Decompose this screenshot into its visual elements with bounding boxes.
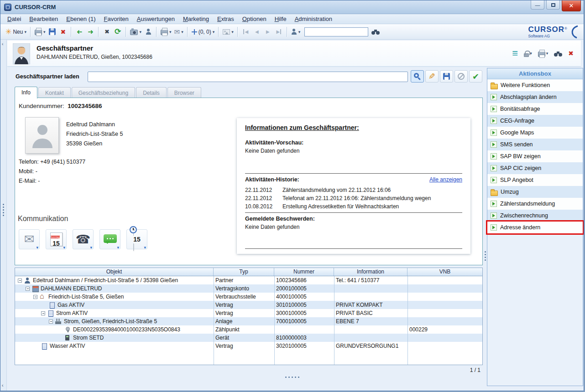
tab[interactable]: Browser — [167, 87, 201, 98]
menu-item[interactable]: Administration — [291, 14, 336, 24]
forward-button[interactable] — [85, 26, 96, 38]
column-header-vnb[interactable]: VNB — [407, 268, 482, 276]
minimize-button[interactable]: — — [531, 0, 544, 10]
aktionsbox-item[interactable]: SAP CIC zeigen — [487, 162, 583, 174]
aktionsbox-item[interactable]: Google Maps — [487, 127, 583, 139]
discard-button[interactable] — [454, 70, 468, 83]
quick-search-input[interactable] — [304, 27, 368, 36]
email-comm-button[interactable] — [19, 229, 40, 249]
search-button[interactable] — [411, 70, 424, 83]
tree-expander[interactable] — [33, 295, 37, 299]
phone-comm-button[interactable] — [73, 229, 94, 249]
bottom-splitter-handle[interactable] — [0, 377, 584, 378]
column-header-information[interactable]: Information — [334, 268, 407, 276]
print-record-button[interactable] — [538, 50, 548, 57]
tab[interactable]: Details — [136, 87, 167, 98]
find-button[interactable] — [370, 26, 381, 38]
tab[interactable]: Kontakt — [38, 87, 71, 98]
print-button[interactable] — [33, 26, 47, 38]
sms-comm-button[interactable] — [99, 229, 120, 249]
menu-item[interactable]: Ebenen (1) — [62, 14, 99, 24]
menu-item[interactable]: Auswertungen — [133, 14, 179, 24]
aktionsbox-item[interactable]: SLP Angebot — [487, 174, 583, 186]
tab[interactable]: Geschäftsbeziehung — [72, 87, 135, 98]
nav-last-button[interactable] — [273, 26, 284, 38]
collapse-bottom-icon[interactable]: ‹ — [2, 383, 3, 388]
print-list-button[interactable] — [159, 26, 173, 38]
coords-button[interactable]: (0, 0) — [190, 26, 216, 38]
new-button[interactable]: Neu — [4, 26, 28, 38]
aktionsbox-item[interactable]: SAP BW zeigen — [487, 150, 583, 162]
nav-first-button[interactable] — [240, 26, 251, 38]
menu-item[interactable]: Optionen — [238, 14, 271, 24]
menu-item[interactable]: Extras — [213, 14, 238, 24]
close-button[interactable]: ✕ — [562, 0, 581, 11]
dropdown-icon[interactable] — [144, 245, 146, 250]
aktionsbox-item[interactable]: Weitere Funktionen — [487, 79, 583, 91]
sidebar-splitter[interactable] — [484, 69, 487, 388]
aktionsbox-item[interactable]: Bonitätsabfrage — [487, 103, 583, 115]
tree-expander[interactable] — [26, 287, 30, 291]
appointment-comm-button[interactable]: Sonntag15 — [46, 229, 67, 249]
list-view-button[interactable] — [512, 47, 518, 59]
column-header-typ[interactable]: Typ — [214, 268, 274, 276]
aktionsbox-item[interactable]: SMS senden — [487, 139, 583, 150]
table-row[interactable]: Strom SETD Gerät 8100000003 — [15, 334, 482, 342]
save-button[interactable] — [47, 26, 57, 38]
partner-search-button[interactable] — [554, 51, 562, 57]
table-row[interactable]: Strom, Gießen, Friedrich-List-Straße 5 A… — [15, 317, 482, 325]
partner-load-input[interactable] — [88, 72, 408, 82]
menu-item[interactable]: Favoriten — [100, 14, 133, 24]
table-row[interactable]: Edeltrud Dahlmann / Friedrich-List-Straß… — [15, 276, 482, 284]
refresh-button[interactable] — [112, 26, 123, 38]
mail-button[interactable] — [173, 26, 185, 38]
close-record-button[interactable] — [568, 50, 574, 57]
task-comm-button[interactable]: 15 — [126, 229, 147, 249]
aktionsbox-item[interactable]: Zwischenrechnung — [487, 210, 583, 222]
menu-item[interactable]: Marketing — [179, 14, 213, 24]
nav-prev-button[interactable] — [251, 26, 262, 38]
dropdown-icon[interactable] — [117, 245, 119, 250]
aktionsbox-item[interactable]: Abschlagsplan ändern — [487, 91, 583, 103]
aktionsbox-item[interactable]: Umzug — [487, 186, 583, 198]
camera-button[interactable] — [129, 26, 143, 38]
aktionsbox-item[interactable]: CEG-Anfrage — [487, 115, 583, 127]
table-row[interactable]: DE0002293539840001000233N5035O0843 Zählp… — [15, 325, 482, 334]
add-person-button[interactable] — [143, 26, 154, 38]
save-record-button[interactable] — [440, 70, 453, 83]
tree-expander[interactable] — [41, 311, 45, 315]
delete-button[interactable] — [57, 26, 68, 38]
table-row[interactable]: Friedrich-List-Straße 5, Gießen Verbrauc… — [15, 293, 482, 301]
sidebar-splitter-handle[interactable] — [485, 251, 486, 261]
tree-expander[interactable] — [49, 320, 53, 324]
tab[interactable]: Info — [15, 87, 37, 98]
aktionsbox-item[interactable]: Zählerstandsmeldung — [487, 198, 583, 210]
maximize-button[interactable] — [546, 0, 560, 10]
table-row[interactable]: Gas AKTIV Vertrag 3010100005 PRIVAT KOMP… — [15, 301, 482, 309]
cancel-button[interactable] — [101, 26, 112, 38]
left-splitter-strip[interactable]: ‹ ‹ — [0, 40, 7, 391]
aktionsbox-item[interactable]: Adresse ändern — [487, 222, 583, 233]
menu-item[interactable]: Datei — [3, 14, 25, 24]
confirm-button[interactable] — [469, 70, 482, 83]
table-row[interactable]: Strom AKTIV Vertrag 3000100005 PRIVAT BA… — [15, 309, 482, 317]
collapse-left-icon[interactable]: ‹ — [2, 41, 3, 46]
lock-button[interactable] — [524, 50, 532, 57]
column-header-nummer[interactable]: Nummer — [274, 268, 334, 276]
nav-next-button[interactable] — [262, 26, 273, 38]
column-header-objekt[interactable]: Objekt — [15, 268, 214, 276]
menu-item[interactable]: Bearbeiten — [25, 14, 62, 24]
dropdown-icon[interactable] — [36, 245, 38, 250]
alle-anzeigen-link[interactable]: Alle anzeigen — [429, 176, 462, 183]
person-search-button[interactable] — [290, 26, 302, 38]
dropdown-icon[interactable] — [90, 245, 92, 250]
back-button[interactable] — [74, 26, 85, 38]
dropdown-icon[interactable] — [63, 245, 65, 250]
table-row[interactable]: DAHLMANN EDELTRUD Vertragskonto 20001000… — [15, 284, 482, 293]
menu-item[interactable]: Hilfe — [271, 14, 291, 24]
edit-button[interactable] — [425, 70, 439, 83]
table-row[interactable]: Wasser AKTIV Vertrag 3020100005 GRUNDVER… — [15, 342, 482, 350]
left-splitter-handle[interactable] — [3, 204, 4, 216]
image-button[interactable] — [221, 26, 235, 38]
tree-expander[interactable] — [18, 279, 22, 283]
